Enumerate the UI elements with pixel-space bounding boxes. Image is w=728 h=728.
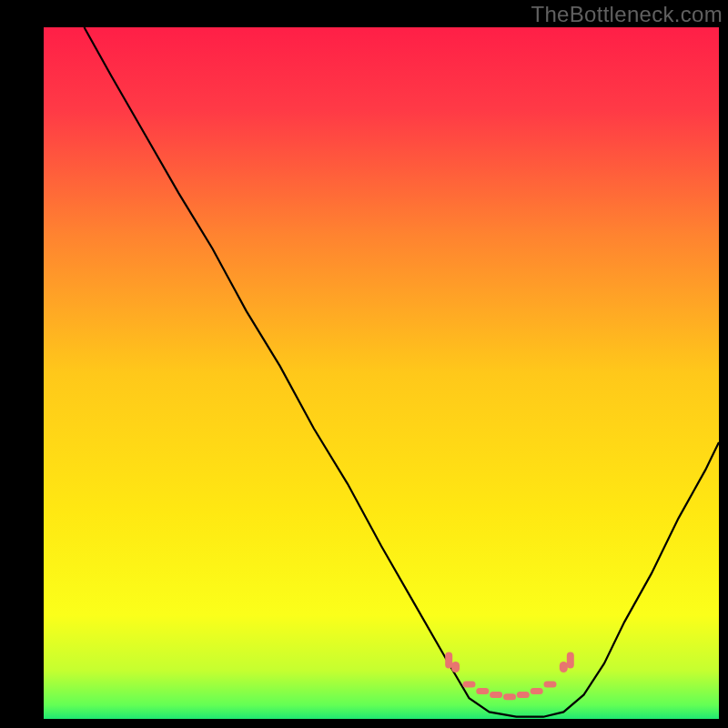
optimal-marker bbox=[445, 652, 452, 668]
optimal-marker bbox=[567, 652, 574, 668]
plot-background bbox=[44, 27, 719, 719]
optimal-marker bbox=[531, 688, 543, 694]
chart-frame: TheBottleneck.com bbox=[0, 0, 728, 728]
bottleneck-chart bbox=[0, 0, 728, 728]
optimal-marker bbox=[503, 693, 516, 700]
optimal-marker bbox=[463, 682, 476, 688]
optimal-marker bbox=[517, 692, 530, 698]
optimal-marker bbox=[544, 682, 557, 688]
optimal-marker bbox=[476, 688, 489, 694]
watermark-text: TheBottleneck.com bbox=[531, 2, 723, 27]
optimal-marker bbox=[490, 692, 502, 698]
optimal-marker bbox=[560, 662, 568, 672]
optimal-marker bbox=[451, 662, 460, 672]
